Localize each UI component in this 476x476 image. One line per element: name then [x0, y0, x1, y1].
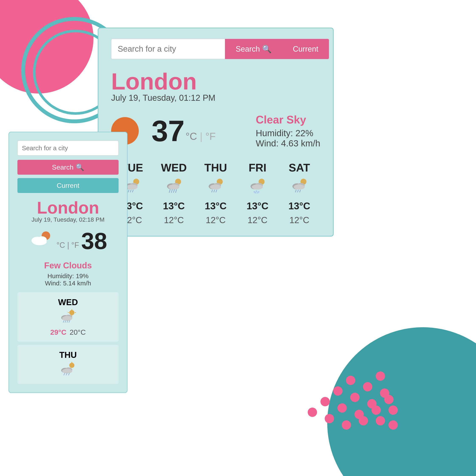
condition-small: Few Clouds — [17, 261, 119, 270]
svg-line-55 — [298, 190, 298, 192]
svg-point-73 — [69, 363, 74, 368]
forecast-day-wed: WED 13°C 12°C — [153, 161, 195, 225]
search-button-small[interactable]: Search 🔍 — [17, 160, 119, 175]
forecast-day-fri: FRI 13°C 12°C — [237, 161, 278, 225]
svg-point-7 — [363, 382, 372, 391]
search-button-large[interactable]: Search 🔍 — [225, 39, 282, 59]
svg-line-30 — [169, 189, 170, 193]
forecast-icon-thu-small — [60, 362, 76, 379]
date-large: July 19, Tuesday, 01:12 PM — [111, 93, 320, 103]
forecast-temps-wed-small: 29°C 20°C — [50, 328, 86, 336]
temp-units-large: °C | °F — [186, 131, 216, 142]
search-input-small[interactable] — [17, 141, 119, 155]
temp-area-small: °C | °F 38 — [56, 227, 107, 254]
wind-small: Wind: 5.14 km/h — [17, 280, 119, 287]
current-button-large[interactable]: Current — [282, 39, 329, 59]
svg-line-54 — [295, 190, 296, 192]
weather-card-small: Search 🔍 Current London July 19, Tuesday… — [8, 132, 128, 393]
svg-point-17 — [389, 406, 398, 415]
current-button-small[interactable]: Current — [17, 178, 119, 193]
svg-point-5 — [338, 403, 347, 413]
svg-point-44 — [252, 185, 263, 189]
forecast-card-wed-small: WED 29°C 20°C — [17, 292, 119, 342]
svg-point-15 — [384, 395, 393, 404]
search-icon: 🔍 — [262, 45, 272, 53]
search-input-large[interactable] — [111, 39, 225, 59]
current-button-label: Current — [293, 45, 318, 53]
svg-point-9 — [342, 420, 351, 430]
condition-large: Clear Sky — [256, 113, 320, 126]
svg-point-1 — [321, 397, 330, 406]
svg-point-6 — [350, 393, 359, 402]
humidity-small: Humidity: 19% — [17, 272, 119, 280]
svg-line-78 — [64, 373, 65, 375]
svg-line-39 — [214, 190, 215, 192]
svg-line-40 — [216, 190, 217, 192]
svg-point-46 — [256, 190, 257, 192]
forecast-icon-wed-small — [60, 309, 76, 326]
svg-point-61 — [69, 310, 74, 315]
svg-line-25 — [132, 190, 133, 192]
svg-point-2 — [333, 386, 342, 396]
weather-info-right: Clear Sky Humidity: 22% Wind: 4.63 km/h — [256, 113, 320, 149]
svg-point-37 — [210, 185, 221, 189]
search-icon-small: 🔍 — [76, 163, 84, 171]
unit-f-small: °F — [71, 241, 79, 250]
svg-line-80 — [68, 373, 69, 375]
forecast-icon-fri — [248, 177, 267, 197]
svg-line-38 — [212, 190, 212, 192]
wind-large: Wind: 4.63 km/h — [256, 138, 320, 149]
svg-point-29 — [168, 185, 179, 189]
svg-line-23 — [128, 190, 129, 192]
search-btn-label-small: Search — [52, 163, 73, 171]
forecast-card-thu-small: THU — [17, 345, 119, 384]
unit-celsius: °C — [186, 131, 197, 142]
humidity-large: Humidity: 22% — [256, 128, 320, 138]
svg-point-22 — [126, 185, 137, 189]
city-name-large: London — [111, 70, 320, 93]
unit-c-small: °C — [56, 241, 65, 250]
svg-line-33 — [175, 189, 177, 193]
forecast-icon-sat — [290, 177, 308, 197]
forecast-icon-wed — [165, 177, 183, 197]
svg-point-16 — [376, 416, 385, 425]
bg-dots-decoration — [295, 306, 402, 434]
forecast-day-thu: THU 13°C 12°C — [195, 161, 237, 225]
search-button-label: Search — [236, 45, 260, 53]
forecast-day-sat: SAT 13°C 12°C — [278, 161, 320, 225]
svg-point-60 — [32, 238, 47, 245]
weather-main-small: °C | °F 38 — [17, 227, 119, 254]
weather-card-large: Search 🔍 Current London July 19, Tuesday… — [98, 28, 334, 237]
svg-point-18 — [389, 420, 398, 430]
svg-point-14 — [372, 406, 381, 415]
temp-units-small: °C | °F — [56, 241, 81, 250]
temp-value-small: 38 — [81, 228, 107, 254]
cloud-sun-icon-small — [29, 230, 52, 251]
forecast-day-thu-small: THU — [59, 350, 77, 360]
search-row-large: Search 🔍 Current — [111, 39, 320, 59]
svg-line-69 — [63, 320, 64, 323]
forecast-icon-thu — [206, 177, 225, 197]
current-btn-label-small: Current — [57, 182, 80, 189]
city-name-small: London — [17, 199, 119, 216]
svg-line-31 — [171, 189, 172, 193]
svg-point-3 — [346, 376, 355, 385]
svg-point-0 — [308, 408, 317, 417]
svg-line-32 — [173, 189, 174, 193]
temp-value-large: 37 — [152, 114, 185, 148]
svg-line-70 — [65, 320, 66, 323]
unit-fahrenheit: °F — [205, 131, 216, 142]
svg-line-24 — [130, 190, 131, 192]
svg-point-8 — [376, 372, 385, 381]
svg-point-68 — [62, 316, 72, 321]
forecast-row-large: TUE 13°C 12°C WED — [111, 161, 320, 225]
svg-line-56 — [300, 190, 301, 192]
unit-sep: | — [200, 131, 205, 142]
temperature-large: 37 °C | °F — [152, 116, 216, 146]
forecast-day-wed-small: WED — [58, 298, 78, 307]
svg-point-13 — [359, 416, 368, 425]
svg-point-4 — [325, 414, 334, 423]
weather-main-row: 37 °C | °F Clear Sky Humidity: 22% Wind:… — [111, 113, 320, 149]
svg-line-72 — [69, 320, 70, 323]
svg-point-77 — [62, 369, 72, 373]
